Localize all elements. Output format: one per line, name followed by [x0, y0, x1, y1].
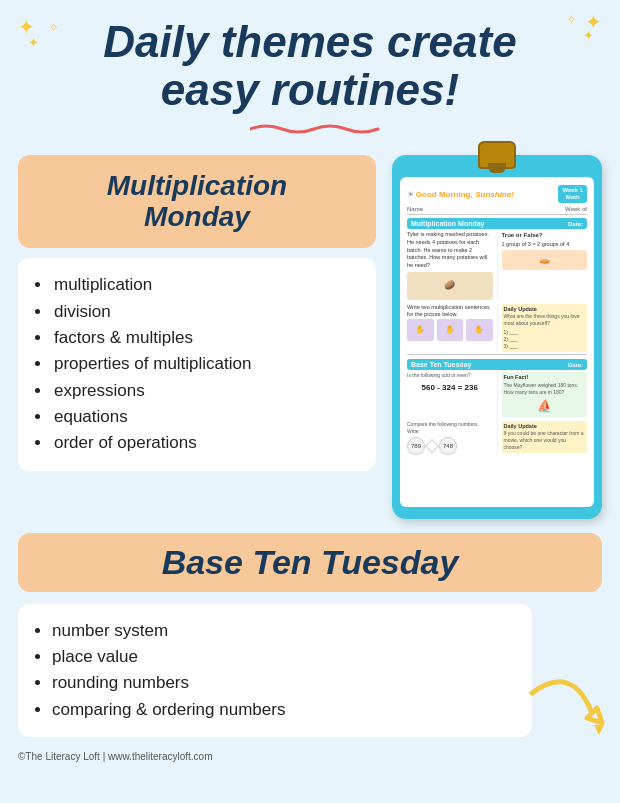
clipboard-paper: ☀ Good Morning, Sunshine! Week 1 Math: [400, 177, 594, 507]
list-item: order of operations: [52, 430, 362, 456]
clipboard-bg: ☀ Good Morning, Sunshine! Week 1 Math: [392, 155, 602, 519]
tuesday-box-title: Base Ten Tuesday: [36, 543, 584, 582]
list-item: number system: [52, 618, 518, 644]
tuesday-list-item-text: number system: [52, 621, 168, 640]
monday-section-label: Multiplication Monday: [411, 220, 485, 227]
list-item: equations: [52, 404, 362, 430]
hand-left: 789: [407, 437, 425, 455]
list-item: division: [52, 299, 362, 325]
right-column: ☀ Good Morning, Sunshine! Week 1 Math: [392, 155, 602, 519]
fun-fact-box: Fun Fact! The Mayflower weighed 180 tons…: [502, 372, 588, 416]
number-right: 748: [443, 442, 453, 450]
tuesday-list-item-text: place value: [52, 647, 138, 666]
write-sentences-text: Write two multiplication sentences for t…: [407, 304, 493, 319]
subject-label: Math: [566, 194, 580, 200]
odd-even-text: Is the following odd or even?: [407, 372, 493, 379]
list-item: multiplication: [52, 272, 362, 298]
main-content: Multiplication Monday multiplication div…: [0, 145, 620, 519]
equation-cell: Is the following odd or even? 560 - 324 …: [407, 372, 498, 416]
week-of-label: Week of: [565, 206, 587, 212]
daily-update2-text: If you could be one character from a mov…: [504, 430, 586, 451]
fun-fact-content: The Mayflower weighed 180 tons. How many…: [504, 382, 586, 396]
paper-equation: 560 - 324 = 236: [407, 382, 493, 393]
list-item: expressions: [52, 378, 362, 404]
number-left: 789: [411, 442, 421, 450]
daily-update2-cell: Daily Update If you could be one charact…: [502, 421, 588, 455]
star-small-icon: ✦: [28, 35, 39, 50]
list-item: factors & multiples: [52, 325, 362, 351]
name-label: Name: [407, 206, 423, 212]
week-badge: Week 1 Math: [558, 185, 587, 203]
page: ✦ ✦ ✧ ✦ ✦ ✧ Daily themes create easy rou…: [0, 0, 620, 803]
base10-section-label: Base Ten Tuesday: [411, 361, 471, 368]
img-3: ✋: [466, 319, 493, 341]
base10-date-label: Date:: [568, 362, 583, 368]
true-false-content: 1 group of 3 = 2 groups of 4: [502, 241, 588, 249]
list-item: place value: [52, 644, 518, 670]
write-sentences-cell: Write two multiplication sentences for t…: [407, 304, 498, 353]
daily-update2-title: Daily Update: [504, 423, 586, 431]
list-item-text: factors & multiples: [54, 328, 193, 347]
header: Daily themes create easy routines!: [0, 0, 620, 145]
hand-right: 748: [439, 437, 457, 455]
tuesday-list-items: number system place value rounding numbe…: [40, 618, 518, 723]
paper-greeting: ☀ Good Morning, Sunshine!: [407, 189, 514, 199]
daily-update2-box: Daily Update If you could be one charact…: [502, 421, 588, 454]
true-false-title: True or False?: [502, 231, 588, 239]
svg-marker-0: [594, 725, 604, 735]
date-label: Date:: [568, 221, 583, 227]
tuesday-list-item-text: comparing & ordering numbers: [52, 700, 285, 719]
greeting-text: Good Morning, Sunshine!: [416, 189, 514, 199]
monday-box: Multiplication Monday: [18, 155, 376, 249]
daily-update-lines: 1) ___2) ___3) ___: [504, 329, 586, 350]
clipboard-wrap: ☀ Good Morning, Sunshine! Week 1 Math: [392, 155, 602, 519]
daily-update-question: What are the three things you love most …: [504, 313, 586, 327]
list-item-text: order of operations: [54, 433, 197, 452]
star-tiny-icon: ✧: [48, 20, 59, 35]
img-1: ✋: [407, 319, 434, 341]
week-label: Week 1: [562, 187, 583, 193]
bottom-section: Base Ten Tuesday number system place val…: [0, 519, 620, 745]
daily-update-cell: Daily Update What are the three things y…: [502, 304, 588, 353]
tuesday-list-area: number system place value rounding numbe…: [18, 604, 602, 737]
left-column: Multiplication Monday multiplication div…: [18, 155, 376, 471]
list-item-text: properties of multiplication: [54, 354, 251, 373]
monday-list: multiplication division factors & multip…: [18, 258, 376, 470]
fun-fact-cell: Fun Fact! The Mayflower weighed 180 tons…: [502, 372, 588, 416]
list-item-text: expressions: [54, 381, 145, 400]
pie-image: 🥧: [502, 250, 588, 270]
greeting-normal: Good Morning,: [416, 190, 473, 199]
stars-top-right: ✦ ✦ ✧: [585, 10, 602, 34]
header-underline: [250, 121, 370, 133]
paper-divider: [407, 354, 587, 355]
monday-box-title: Multiplication Monday: [36, 171, 358, 233]
stars-top-left: ✦ ✦ ✧: [18, 15, 35, 39]
mashed-potatoes-image: 🥔: [407, 272, 493, 300]
image-row: ✋ ✋ ✋: [407, 319, 493, 341]
list-item-text: multiplication: [54, 275, 152, 294]
paper-header: ☀ Good Morning, Sunshine! Week 1 Math: [407, 185, 587, 203]
compare-hands: 789 748: [407, 437, 493, 455]
ship-icon: ⛵: [504, 398, 586, 415]
header-title: Daily themes create easy routines!: [30, 18, 590, 115]
img-2: ✋: [437, 319, 464, 341]
star-right-small-icon: ✦: [583, 28, 594, 43]
story-problem-text: Tyler is making mashed potatoes. He need…: [407, 231, 493, 269]
daily-update-title: Daily Update: [504, 306, 586, 314]
footer: ©The Literacy Loft | www.theliteracyloft…: [0, 745, 620, 768]
greeting-highlight: Sunshine!: [475, 190, 514, 199]
star-right-tiny-icon: ✧: [566, 12, 577, 27]
paper-content-row-4: Compare the following numbers. Write: 78…: [407, 421, 587, 455]
header-title-line2: easy routines!: [161, 65, 459, 114]
list-item-text: division: [54, 302, 111, 321]
tuesday-list-item-text: rounding numbers: [52, 673, 189, 692]
wavy-line-svg: [250, 121, 380, 137]
monday-title-line1: Multiplication: [107, 170, 287, 201]
paper-monday-section: Multiplication Monday Date:: [407, 218, 587, 229]
footer-text: ©The Literacy Loft | www.theliteracyloft…: [18, 751, 212, 762]
comparison-diamond: [425, 439, 439, 453]
sun-icon: ☀: [407, 190, 414, 199]
true-false-cell: True or False? 1 group of 3 = 2 groups o…: [502, 231, 588, 299]
list-item: properties of multiplication: [52, 351, 362, 377]
compare-label: Compare the following numbers. Write:: [407, 421, 493, 435]
